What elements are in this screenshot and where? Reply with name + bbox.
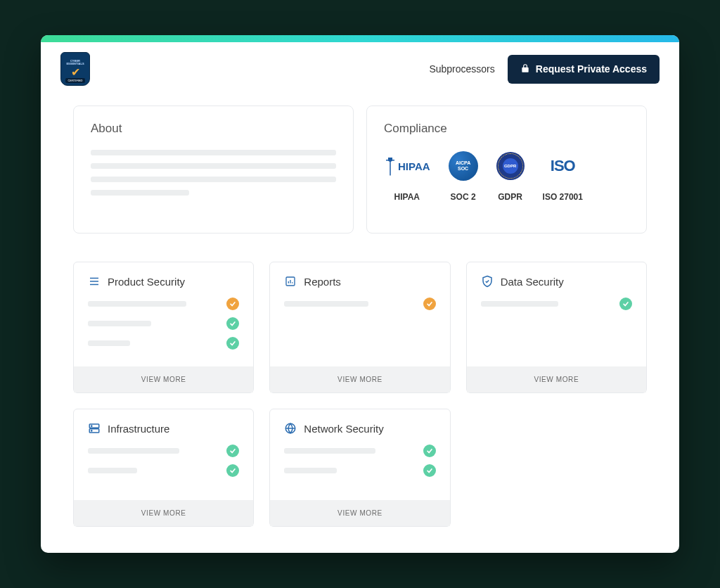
status-ok-icon — [423, 464, 436, 477]
compliance-label: SOC 2 — [451, 192, 476, 202]
feature-card-header: Network Security — [270, 409, 449, 445]
skeleton-line — [91, 163, 336, 169]
view-more-button[interactable]: VIEW MORE — [270, 500, 449, 526]
status-ok-icon — [619, 298, 632, 310]
feature-card-body — [74, 445, 253, 500]
status-ok-icon — [423, 445, 436, 457]
view-more-button[interactable]: VIEW MORE — [270, 366, 449, 392]
feature-card: ReportsVIEW MORE — [269, 262, 450, 393]
feature-card-title: Infrastructure — [108, 423, 169, 435]
feature-row — [284, 464, 435, 477]
list-icon — [88, 275, 101, 288]
compliance-title: Compliance — [384, 122, 629, 136]
skeleton-line — [91, 177, 336, 182]
network-icon — [284, 422, 297, 435]
feature-card-title: Network Security — [304, 423, 383, 435]
logo-badge: CYBER ESSENTIALS ✔ CERTIFIED — [60, 52, 90, 86]
svg-point-10 — [91, 430, 92, 431]
feature-card-body — [467, 298, 646, 366]
accent-bar — [41, 35, 679, 42]
logo-bottom-text: CERTIFIED — [65, 78, 84, 83]
server-icon — [88, 422, 101, 435]
feature-card-title: Product Security — [108, 276, 185, 288]
skeleton-line — [91, 190, 189, 196]
app-window: CYBER ESSENTIALS ✔ CERTIFIED Subprocesso… — [41, 35, 679, 553]
soc2-icon: AICPASOC — [449, 151, 478, 181]
skeleton-line — [88, 301, 186, 307]
view-more-button[interactable]: VIEW MORE — [467, 366, 646, 392]
compliance-card: Compliance HIPAA HIPAA AICPASO — [366, 106, 647, 234]
skeleton-line — [481, 301, 558, 307]
feature-row — [284, 298, 435, 310]
skeleton-line — [284, 301, 368, 307]
feature-card: Product SecurityVIEW MORE — [73, 262, 254, 393]
header: CYBER ESSENTIALS ✔ CERTIFIED Subprocesso… — [41, 42, 679, 93]
status-ok-icon — [226, 464, 239, 477]
lock-icon — [520, 63, 530, 75]
chart-icon — [284, 275, 297, 288]
skeleton-line — [88, 448, 179, 454]
status-ok-icon — [226, 317, 239, 330]
feature-row — [88, 464, 239, 477]
content: About Compliance HIPAA — [41, 93, 679, 553]
feature-row — [88, 317, 239, 330]
nav-subprocessors[interactable]: Subprocessors — [429, 63, 494, 75]
feature-card-body — [74, 298, 253, 366]
feature-card-title: Data Security — [501, 276, 564, 288]
skeleton-line — [88, 340, 130, 346]
skeleton-line — [284, 468, 337, 473]
shield-icon — [481, 275, 494, 288]
feature-card: Network SecurityVIEW MORE — [269, 409, 450, 527]
compliance-iso[interactable]: ISO ISO 27001 — [543, 150, 583, 202]
iso-icon: ISO — [551, 157, 575, 175]
svg-point-9 — [91, 426, 92, 426]
feature-row — [88, 337, 239, 350]
feature-card-body — [270, 445, 449, 500]
compliance-label: GDPR — [498, 192, 522, 202]
feature-row — [481, 298, 632, 310]
status-warn-icon — [423, 298, 436, 310]
logo-top-text: CYBER ESSENTIALS — [61, 60, 89, 65]
view-more-button[interactable]: VIEW MORE — [74, 500, 253, 526]
status-ok-icon — [226, 445, 239, 457]
skeleton-line — [88, 321, 151, 326]
hipaa-icon: HIPAA — [384, 156, 430, 176]
compliance-label: ISO 27001 — [543, 192, 583, 202]
feature-card-title: Reports — [304, 276, 341, 288]
compliance-row: HIPAA HIPAA AICPASOC SOC 2 — [384, 150, 629, 202]
request-private-access-button[interactable]: Request Private Access — [508, 55, 660, 84]
cta-label: Request Private Access — [536, 63, 647, 75]
feature-card: Data SecurityVIEW MORE — [466, 262, 647, 393]
status-warn-icon — [226, 298, 239, 310]
check-icon: ✔ — [71, 67, 80, 78]
feature-card-header: Infrastructure — [74, 409, 253, 445]
feature-card-header: Reports — [270, 262, 449, 298]
status-ok-icon — [226, 337, 239, 350]
compliance-gdpr[interactable]: GDPR GDPR — [496, 150, 525, 202]
feature-card-header: Product Security — [74, 262, 253, 298]
about-card: About — [73, 106, 354, 234]
feature-row — [88, 445, 239, 457]
skeleton-line — [88, 468, 137, 473]
skeleton-line — [91, 150, 336, 155]
feature-row — [88, 298, 239, 310]
feature-row — [284, 445, 435, 457]
view-more-button[interactable]: VIEW MORE — [74, 366, 253, 392]
gdpr-icon: GDPR — [496, 152, 525, 180]
compliance-hipaa[interactable]: HIPAA HIPAA — [384, 150, 430, 202]
feature-grid: Product SecurityVIEW MOREReportsVIEW MOR… — [73, 262, 647, 527]
compliance-soc2[interactable]: AICPASOC SOC 2 — [449, 150, 478, 202]
feature-card-body — [270, 298, 449, 366]
skeleton-line — [284, 448, 375, 454]
feature-card-header: Data Security — [467, 262, 646, 298]
feature-card: InfrastructureVIEW MORE — [73, 409, 254, 527]
about-title: About — [91, 122, 336, 136]
compliance-label: HIPAA — [394, 192, 420, 202]
